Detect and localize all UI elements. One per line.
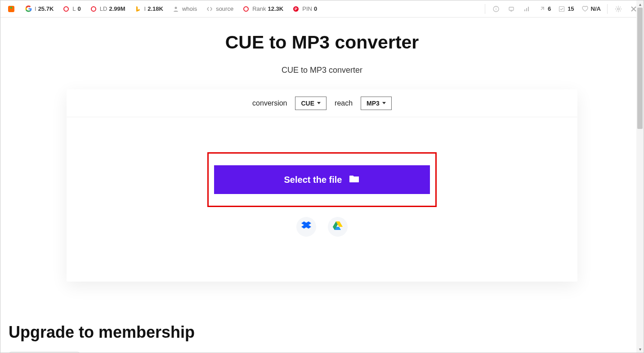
page-body: CUE to MP3 converter CUE to MP3 converte…: [0, 18, 644, 353]
gear-icon: [614, 4, 623, 13]
ext-source[interactable]: source: [202, 4, 236, 13]
ext-google-index[interactable]: I 25.7K: [21, 4, 56, 13]
ext-monitor[interactable]: [505, 4, 518, 13]
ext-heart[interactable]: N/A: [579, 4, 603, 13]
ext-external[interactable]: 6: [536, 4, 553, 13]
panel-header: conversion CUE reach MP3: [67, 89, 577, 117]
ext-label: I: [35, 5, 36, 12]
bar-chart-icon: [522, 4, 531, 13]
monitor-icon: [507, 4, 516, 13]
sq-logo-icon: [7, 4, 16, 13]
svg-point-5: [244, 7, 248, 11]
label-conversion: conversion: [252, 99, 287, 107]
google-drive-button[interactable]: [328, 217, 348, 237]
scroll-thumb[interactable]: [637, 8, 643, 129]
bing-icon: [134, 4, 143, 13]
page-subtitle: CUE to MP3 converter: [0, 66, 644, 75]
ext-logo[interactable]: [4, 4, 18, 13]
ext-label: PIN: [302, 5, 312, 12]
svg-point-4: [174, 7, 177, 9]
cloud-source-row: [296, 217, 348, 237]
checklist-icon: [557, 4, 566, 13]
ext-info[interactable]: i: [490, 4, 502, 13]
ext-separator: [607, 4, 608, 14]
ext-bing-index[interactable]: I 2.18K: [131, 4, 166, 13]
dropbox-icon: [301, 221, 311, 232]
ext-label: whois: [182, 5, 197, 12]
svg-point-15: [617, 8, 620, 10]
ext-value: N/A: [591, 5, 601, 12]
svg-text:i: i: [496, 7, 496, 11]
extension-toolbar: I 25.7K L 0 LD 2.99M I 2.18K whois sourc…: [0, 0, 644, 18]
ext-whois[interactable]: whois: [169, 4, 200, 13]
ext-value: 25.7K: [38, 5, 54, 12]
folder-icon: [349, 174, 360, 185]
svg-rect-11: [524, 9, 525, 11]
ext-value: 2.99M: [109, 5, 125, 12]
ext-value: 0: [314, 5, 317, 12]
ext-value: 6: [548, 5, 551, 12]
chevron-down-icon: [382, 102, 386, 104]
ext-rank[interactable]: Rank 12.3K: [239, 4, 286, 13]
format-to-value: MP3: [367, 100, 380, 107]
svg-point-2: [64, 7, 68, 11]
google-drive-icon: [333, 221, 343, 232]
format-from-value: CUE: [301, 100, 314, 107]
pinterest-icon: P: [291, 4, 300, 13]
label-reach: reach: [335, 99, 353, 107]
svg-rect-10: [509, 7, 514, 10]
plan-tab-annual[interactable]: Annual Membership: [9, 352, 80, 353]
ext-bars[interactable]: [520, 4, 533, 13]
svg-text:P: P: [295, 7, 297, 11]
svg-point-3: [91, 7, 96, 11]
ext-linkdomain[interactable]: LD 2.99M: [86, 4, 128, 13]
ring-icon: [89, 4, 98, 13]
code-icon: [205, 4, 214, 13]
ext-value: 2.18K: [148, 5, 163, 12]
ext-check[interactable]: 15: [555, 4, 576, 13]
ring-icon: [62, 4, 71, 13]
svg-point-1: [10, 6, 12, 8]
svg-rect-13: [528, 7, 529, 11]
ext-label: LD: [100, 5, 107, 12]
select-file-label: Select the file: [284, 175, 342, 185]
ext-label: source: [216, 5, 233, 12]
panel-body: Select the file: [67, 117, 577, 282]
info-icon: i: [492, 4, 501, 13]
scroll-up-arrow[interactable]: ▴: [636, 0, 644, 8]
format-to-select[interactable]: MP3: [361, 97, 392, 110]
ext-links[interactable]: L 0: [59, 4, 83, 13]
ext-label: I: [144, 5, 146, 12]
page-title: CUE to MP3 converter: [0, 32, 644, 53]
ext-pinterest[interactable]: P PIN 0: [289, 4, 320, 13]
ext-value: 15: [568, 5, 574, 12]
converter-panel: conversion CUE reach MP3 Select the file: [67, 89, 577, 282]
ext-settings[interactable]: [612, 4, 625, 13]
ext-left-group: I 25.7K L 0 LD 2.99M I 2.18K whois sourc…: [4, 4, 320, 13]
external-link-icon: [537, 4, 546, 13]
heart-icon: [581, 4, 590, 13]
person-icon: [171, 4, 180, 13]
upgrade-section: Upgrade to membership Annual Membership: [0, 323, 644, 353]
google-icon: [24, 4, 33, 13]
ext-value: 0: [78, 5, 81, 12]
vertical-scrollbar[interactable]: ▴ ▾: [636, 0, 644, 353]
format-from-select[interactable]: CUE: [295, 97, 326, 110]
chevron-down-icon: [317, 102, 321, 104]
svg-rect-12: [526, 8, 527, 11]
highlight-annotation: Select the file: [207, 152, 437, 207]
ext-separator: [485, 4, 485, 14]
dropbox-button[interactable]: [296, 217, 316, 237]
ext-label: Rank: [252, 5, 266, 12]
ext-label: L: [72, 5, 76, 12]
upgrade-heading: Upgrade to membership: [9, 323, 635, 342]
scroll-down-arrow[interactable]: ▾: [636, 345, 644, 353]
ext-value: 12.3K: [268, 5, 284, 12]
select-file-button[interactable]: Select the file: [214, 165, 430, 194]
ring-icon: [242, 4, 250, 13]
ext-right-group: i 6 15 N/A: [483, 4, 640, 14]
